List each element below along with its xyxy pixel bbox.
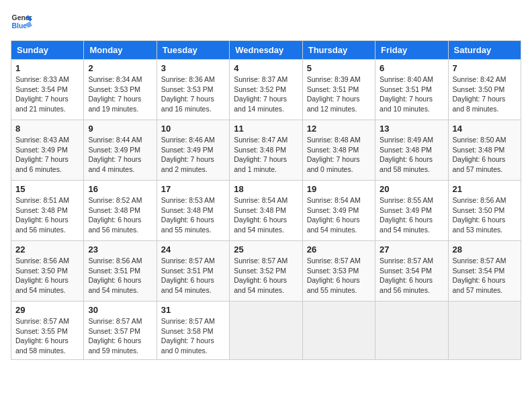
day-info: Sunrise: 8:56 AM Sunset: 3:50 PM Dayligh… — [15, 256, 79, 295]
day-number: 6 — [380, 63, 443, 73]
calendar-cell — [230, 302, 302, 360]
day-info: Sunrise: 8:34 AM Sunset: 3:53 PM Dayligh… — [88, 75, 152, 114]
day-number: 22 — [15, 244, 79, 255]
day-info: Sunrise: 8:57 AM Sunset: 3:54 PM Dayligh… — [453, 256, 517, 295]
day-number: 10 — [161, 124, 225, 134]
day-info: Sunrise: 8:56 AM Sunset: 3:50 PM Dayligh… — [453, 195, 517, 235]
day-info: Sunrise: 8:57 AM Sunset: 3:51 PM Dayligh… — [161, 256, 225, 295]
calendar-cell: 4 Sunrise: 8:37 AM Sunset: 3:52 PM Dayli… — [230, 60, 302, 120]
calendar-cell: 18 Sunrise: 8:54 AM Sunset: 3:48 PM Dayl… — [230, 181, 302, 241]
weekday-header-sunday: Sunday — [11, 41, 84, 60]
day-number: 7 — [453, 63, 517, 73]
day-info: Sunrise: 8:40 AM Sunset: 3:51 PM Dayligh… — [380, 75, 443, 114]
calendar-cell: 1 Sunrise: 8:33 AM Sunset: 3:54 PM Dayli… — [11, 60, 84, 120]
calendar-cell: 19 Sunrise: 8:54 AM Sunset: 3:49 PM Dayl… — [302, 181, 375, 241]
day-info: Sunrise: 8:56 AM Sunset: 3:51 PM Dayligh… — [88, 256, 152, 295]
calendar-cell: 11 Sunrise: 8:47 AM Sunset: 3:48 PM Dayl… — [230, 120, 302, 181]
calendar-cell: 22 Sunrise: 8:56 AM Sunset: 3:50 PM Dayl… — [11, 241, 84, 302]
day-number: 15 — [15, 184, 79, 194]
day-number: 21 — [453, 184, 517, 194]
day-info: Sunrise: 8:50 AM Sunset: 3:48 PM Dayligh… — [453, 135, 517, 175]
calendar-cell: 26 Sunrise: 8:57 AM Sunset: 3:53 PM Dayl… — [302, 241, 375, 302]
weekday-header-wednesday: Wednesday — [230, 41, 302, 60]
calendar-cell: 17 Sunrise: 8:53 AM Sunset: 3:48 PM Dayl… — [157, 181, 229, 241]
svg-text:Blue: Blue — [12, 22, 28, 30]
calendar-cell: 23 Sunrise: 8:56 AM Sunset: 3:51 PM Dayl… — [84, 241, 157, 302]
calendar-cell: 24 Sunrise: 8:57 AM Sunset: 3:51 PM Dayl… — [157, 241, 229, 302]
weekday-header-monday: Monday — [84, 41, 157, 60]
calendar-cell: 8 Sunrise: 8:43 AM Sunset: 3:49 PM Dayli… — [11, 120, 84, 181]
day-number: 9 — [88, 124, 152, 134]
day-number: 11 — [234, 124, 298, 134]
calendar-cell: 6 Sunrise: 8:40 AM Sunset: 3:51 PM Dayli… — [375, 60, 448, 120]
day-info: Sunrise: 8:53 AM Sunset: 3:48 PM Dayligh… — [161, 195, 225, 235]
calendar-cell: 3 Sunrise: 8:36 AM Sunset: 3:53 PM Dayli… — [157, 60, 229, 120]
day-info: Sunrise: 8:48 AM Sunset: 3:48 PM Dayligh… — [307, 135, 371, 175]
day-info: Sunrise: 8:54 AM Sunset: 3:49 PM Dayligh… — [307, 195, 371, 235]
calendar-cell: 25 Sunrise: 8:57 AM Sunset: 3:52 PM Dayl… — [230, 241, 302, 302]
calendar-cell: 14 Sunrise: 8:50 AM Sunset: 3:48 PM Dayl… — [448, 120, 521, 181]
day-info: Sunrise: 8:57 AM Sunset: 3:57 PM Dayligh… — [88, 316, 152, 356]
logo: General Blue — [11, 11, 32, 32]
day-number: 16 — [88, 184, 152, 194]
day-info: Sunrise: 8:42 AM Sunset: 3:50 PM Dayligh… — [453, 75, 517, 114]
page-header: General Blue — [11, 11, 521, 32]
day-number: 2 — [88, 63, 152, 73]
day-number: 29 — [15, 305, 79, 315]
day-number: 23 — [88, 244, 152, 255]
weekday-header-tuesday: Tuesday — [157, 41, 229, 60]
day-info: Sunrise: 8:39 AM Sunset: 3:51 PM Dayligh… — [307, 75, 371, 114]
day-number: 3 — [161, 63, 225, 73]
calendar-cell: 20 Sunrise: 8:55 AM Sunset: 3:49 PM Dayl… — [375, 181, 448, 241]
calendar-cell: 30 Sunrise: 8:57 AM Sunset: 3:57 PM Dayl… — [84, 302, 157, 360]
day-number: 25 — [234, 244, 298, 255]
day-number: 20 — [380, 184, 443, 194]
day-number: 24 — [161, 244, 225, 255]
day-number: 8 — [15, 124, 79, 134]
day-number: 12 — [307, 124, 371, 134]
calendar-cell: 28 Sunrise: 8:57 AM Sunset: 3:54 PM Dayl… — [448, 241, 521, 302]
weekday-header-saturday: Saturday — [448, 41, 521, 60]
calendar-cell: 16 Sunrise: 8:52 AM Sunset: 3:48 PM Dayl… — [84, 181, 157, 241]
day-number: 5 — [307, 63, 371, 73]
day-info: Sunrise: 8:57 AM Sunset: 3:54 PM Dayligh… — [380, 256, 443, 295]
logo-icon: General Blue — [11, 11, 32, 32]
day-info: Sunrise: 8:57 AM Sunset: 3:53 PM Dayligh… — [307, 256, 371, 295]
day-info: Sunrise: 8:52 AM Sunset: 3:48 PM Dayligh… — [88, 195, 152, 235]
calendar-cell: 21 Sunrise: 8:56 AM Sunset: 3:50 PM Dayl… — [448, 181, 521, 241]
day-info: Sunrise: 8:57 AM Sunset: 3:58 PM Dayligh… — [161, 316, 225, 356]
weekday-header-thursday: Thursday — [302, 41, 375, 60]
day-number: 30 — [88, 305, 152, 315]
day-number: 19 — [307, 184, 371, 194]
weekday-header-friday: Friday — [375, 41, 448, 60]
day-info: Sunrise: 8:55 AM Sunset: 3:49 PM Dayligh… — [380, 195, 443, 235]
day-info: Sunrise: 8:47 AM Sunset: 3:48 PM Dayligh… — [234, 135, 298, 175]
day-info: Sunrise: 8:44 AM Sunset: 3:49 PM Dayligh… — [88, 135, 152, 175]
calendar-cell: 12 Sunrise: 8:48 AM Sunset: 3:48 PM Dayl… — [302, 120, 375, 181]
calendar-cell: 27 Sunrise: 8:57 AM Sunset: 3:54 PM Dayl… — [375, 241, 448, 302]
day-info: Sunrise: 8:57 AM Sunset: 3:55 PM Dayligh… — [15, 316, 79, 356]
day-info: Sunrise: 8:43 AM Sunset: 3:49 PM Dayligh… — [15, 135, 79, 175]
calendar-cell — [302, 302, 375, 360]
calendar-cell: 5 Sunrise: 8:39 AM Sunset: 3:51 PM Dayli… — [302, 60, 375, 120]
day-number: 28 — [453, 244, 517, 255]
day-info: Sunrise: 8:49 AM Sunset: 3:48 PM Dayligh… — [380, 135, 443, 175]
calendar-cell: 29 Sunrise: 8:57 AM Sunset: 3:55 PM Dayl… — [11, 302, 84, 360]
day-info: Sunrise: 8:57 AM Sunset: 3:52 PM Dayligh… — [234, 256, 298, 295]
day-info: Sunrise: 8:33 AM Sunset: 3:54 PM Dayligh… — [15, 75, 79, 114]
calendar-cell — [375, 302, 448, 360]
calendar-cell: 15 Sunrise: 8:51 AM Sunset: 3:48 PM Dayl… — [11, 181, 84, 241]
calendar-cell: 13 Sunrise: 8:49 AM Sunset: 3:48 PM Dayl… — [375, 120, 448, 181]
day-number: 31 — [161, 305, 225, 315]
day-number: 1 — [15, 63, 79, 73]
calendar-table: SundayMondayTuesdayWednesdayThursdayFrid… — [11, 40, 521, 360]
day-number: 4 — [234, 63, 298, 73]
calendar-cell: 31 Sunrise: 8:57 AM Sunset: 3:58 PM Dayl… — [157, 302, 229, 360]
calendar-cell — [448, 302, 521, 360]
calendar-cell: 7 Sunrise: 8:42 AM Sunset: 3:50 PM Dayli… — [448, 60, 521, 120]
day-info: Sunrise: 8:46 AM Sunset: 3:49 PM Dayligh… — [161, 135, 225, 175]
day-number: 17 — [161, 184, 225, 194]
day-info: Sunrise: 8:37 AM Sunset: 3:52 PM Dayligh… — [234, 75, 298, 114]
day-number: 14 — [453, 124, 517, 134]
day-info: Sunrise: 8:54 AM Sunset: 3:48 PM Dayligh… — [234, 195, 298, 235]
